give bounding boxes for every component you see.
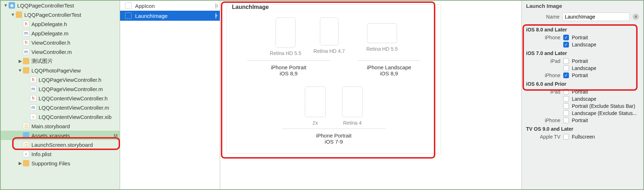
nav-item[interactable]: mViewController.m xyxy=(1,47,120,56)
folder-icon xyxy=(23,67,29,74)
option-row: iPhone✓Portrait xyxy=(522,72,643,79)
checkbox[interactable] xyxy=(563,134,569,140)
option-row: Landscape xyxy=(522,95,643,102)
nav-item[interactable]: hAppDelegate.h xyxy=(1,19,120,29)
nav-item-label: AppDelegate.h xyxy=(31,21,118,27)
h-icon: h xyxy=(23,39,29,46)
asset-item[interactable]: LaunchImage xyxy=(120,11,220,21)
nav-item-label: LQQPageViewController.m xyxy=(39,86,118,92)
option-row: Apple TVFullscreen xyxy=(522,133,643,140)
nav-item-label: LQQContentViewController.h xyxy=(39,95,118,101)
checkbox[interactable] xyxy=(563,96,569,102)
option-label: Portrait xyxy=(572,58,639,64)
nav-item[interactable]: ◫Main.storyboard xyxy=(1,121,120,131)
option-row: iPadPortrait xyxy=(522,58,643,65)
image-well[interactable]: Retina HD 5.5 xyxy=(270,18,301,56)
checkbox[interactable] xyxy=(563,89,569,95)
option-device-label: iPhone xyxy=(526,72,560,78)
nav-item[interactable]: mAppDelegate.m xyxy=(1,29,120,38)
nav-item[interactable]: hLQQContentViewController.h xyxy=(1,94,120,103)
nav-item[interactable]: ▼◉LQQPageControllerTest xyxy=(1,1,120,10)
nav-item[interactable]: Assets.xcassetsM xyxy=(1,131,120,140)
section-header: TV OS 9.0 and Later xyxy=(522,124,643,133)
disclosure-icon[interactable]: ▶ xyxy=(18,59,22,64)
option-row: iPadPortrait xyxy=(522,88,643,95)
nav-item[interactable]: hLQQPageViewController.h xyxy=(1,75,120,84)
checkbox[interactable]: ✓ xyxy=(563,42,569,48)
folder-icon xyxy=(16,11,22,18)
asset-item[interactable]: AppIcon xyxy=(120,1,220,11)
nav-item-label: ViewController.m xyxy=(31,49,118,55)
nav-item[interactable]: ≡Info.plist xyxy=(1,149,120,159)
option-device-label: iPhone xyxy=(526,118,560,123)
disclosure-icon[interactable]: ▶ xyxy=(18,161,22,166)
option-label: Fullscreen xyxy=(572,134,639,140)
nav-item[interactable]: mLQQContentViewController.m xyxy=(1,103,120,112)
folder-blue-icon xyxy=(23,132,29,139)
nav-item-label: LaunchScreen.storyboard xyxy=(31,142,118,148)
proj-icon: ◉ xyxy=(9,2,15,9)
nav-item[interactable]: xLQQContentViewController.xib xyxy=(1,112,120,121)
image-well[interactable]: Retina HD 4.7 xyxy=(313,18,345,56)
image-slot[interactable] xyxy=(320,18,338,45)
option-device-label: iPad xyxy=(526,58,560,64)
image-well[interactable]: 2x xyxy=(305,86,326,126)
folder-icon xyxy=(23,160,29,166)
checkbox[interactable] xyxy=(563,103,569,109)
nav-item-label: AppDelegate.m xyxy=(31,30,118,36)
nav-item[interactable]: hViewController.h xyxy=(1,38,120,47)
image-slot[interactable] xyxy=(276,18,296,48)
m-icon: m xyxy=(30,86,36,92)
option-label: Landscape xyxy=(572,42,639,48)
section-header: iOS 6.0 and Prior xyxy=(522,79,643,88)
nav-item[interactable]: ▼LQQPhotoPageView xyxy=(1,66,120,75)
asset-list[interactable]: AppIconLaunchImage xyxy=(120,1,220,189)
image-slot[interactable] xyxy=(342,86,363,117)
nav-item[interactable]: ▼LQQPageControllerTest xyxy=(1,10,120,19)
checkbox[interactable] xyxy=(563,110,569,116)
checkbox[interactable] xyxy=(563,65,569,71)
option-row: iPhone✓Portrait xyxy=(522,34,643,41)
nav-item-label: 测试图片 xyxy=(31,58,118,65)
checkbox[interactable] xyxy=(563,118,569,123)
h-icon: h xyxy=(30,76,36,83)
story-icon: ◫ xyxy=(23,141,29,148)
image-slot[interactable] xyxy=(367,23,397,43)
checkbox[interactable]: ✓ xyxy=(563,35,569,40)
canvas-title: LaunchImage xyxy=(230,4,271,10)
nav-item[interactable]: mLQQPageViewController.m xyxy=(1,84,120,94)
asset-label: AppIcon xyxy=(135,3,155,9)
nav-item[interactable]: ▶测试图片 xyxy=(1,56,120,66)
nav-item-label: LQQContentViewController.xib xyxy=(39,114,118,120)
nav-item-label: Info.plist xyxy=(31,151,118,157)
option-row: Landscape (Exclude Status... xyxy=(522,110,643,117)
checkbox[interactable]: ✓ xyxy=(563,72,569,78)
asset-canvas: LaunchImage Retina HD 5.5 Retina HD 4.7 … xyxy=(220,1,522,189)
asset-label: LaunchImage xyxy=(135,13,168,19)
disclosure-icon[interactable]: ▼ xyxy=(18,68,22,73)
image-well[interactable]: Retina 4 xyxy=(342,86,363,126)
option-device-label: Apple TV xyxy=(526,134,560,140)
nav-item[interactable]: ◫LaunchScreen.storyboard xyxy=(1,140,120,149)
option-label: Portrait xyxy=(572,35,639,40)
disclosure-icon[interactable]: ▼ xyxy=(11,12,15,17)
story-icon: ◫ xyxy=(23,123,29,129)
option-label: Portrait xyxy=(572,118,639,123)
nav-item-label: LQQPageControllerTest xyxy=(17,2,118,9)
on-demand-icon xyxy=(216,13,216,19)
checkbox[interactable] xyxy=(563,58,569,64)
name-field[interactable] xyxy=(562,12,630,21)
clear-icon[interactable]: ✕ xyxy=(633,14,639,20)
nav-item[interactable]: ▶Supporting Files xyxy=(1,159,120,168)
m-icon: m xyxy=(23,49,29,55)
option-label: Landscape xyxy=(572,96,639,102)
nav-item-label: LQQPhotoPageView xyxy=(31,68,118,74)
folder-icon xyxy=(23,58,29,64)
nav-item-label: LQQPageControllerTest xyxy=(24,12,118,18)
disclosure-icon[interactable]: ▼ xyxy=(4,3,8,8)
nav-item-label: ViewController.h xyxy=(31,40,118,46)
image-well[interactable]: Retina HD 5.5 xyxy=(366,18,398,56)
image-slot[interactable] xyxy=(305,86,326,117)
project-navigator[interactable]: ▼◉LQQPageControllerTest▼LQQPageControlle… xyxy=(1,1,120,189)
attributes-inspector[interactable]: Launch Image Name ✕ iOS 8.0 and LateriPh… xyxy=(522,1,643,189)
